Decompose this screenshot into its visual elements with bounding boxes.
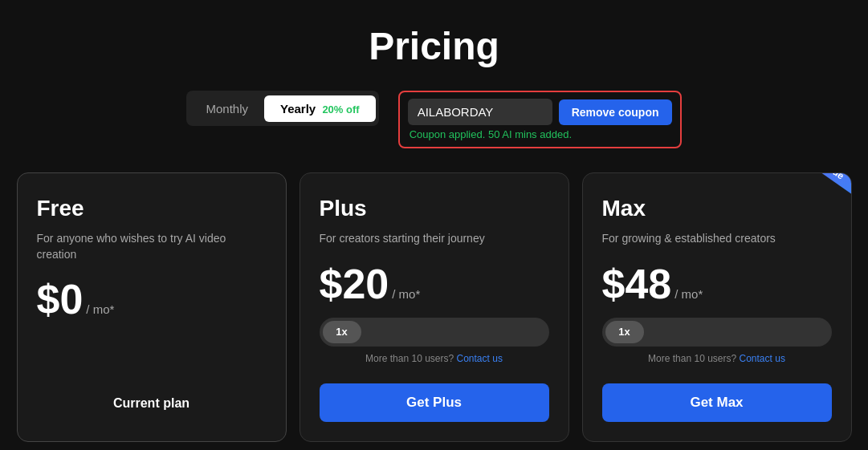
- remove-coupon-button[interactable]: Remove coupon: [559, 99, 672, 125]
- billing-monthly[interactable]: Monthly: [189, 95, 264, 122]
- slider-thumb-max: 1x: [605, 321, 644, 343]
- plan-cta-plus: Get Plus: [320, 374, 549, 422]
- plan-card-free: Free For anyone who wishes to try AI vid…: [17, 172, 287, 442]
- price-period-plus: / mo*: [392, 287, 420, 301]
- plans-row: Free For anyone who wishes to try AI vid…: [17, 172, 852, 442]
- plan-cta-free: Current plan: [37, 375, 267, 422]
- get-plus-button[interactable]: Get Plus: [320, 383, 549, 422]
- get-max-button[interactable]: Get Max: [602, 383, 832, 422]
- coupon-input[interactable]: [408, 99, 552, 125]
- users-slider-plus: 1x More than 10 users? Contact us: [320, 318, 549, 364]
- billing-coupon-row: Monthly Yearly 20% off Remove coupon Cou…: [186, 91, 681, 148]
- plan-price-plus: $20 / mo*: [320, 260, 549, 308]
- plan-cta-max: Get Max: [602, 374, 832, 422]
- coupon-success-message: Coupon applied. 50 AI mins added.: [408, 128, 672, 140]
- plan-price-free: $0 / mo*: [37, 275, 267, 323]
- users-slider-max: 1x More than 10 users? Contact us: [602, 318, 832, 364]
- price-period-max: / mo*: [674, 287, 703, 301]
- plan-desc-plus: For creators starting their journey: [320, 231, 549, 247]
- price-amount-plus: $20: [320, 260, 389, 308]
- coupon-section: Remove coupon Coupon applied. 50 AI mins…: [398, 91, 682, 148]
- plan-desc-max: For growing & established creators: [602, 231, 832, 247]
- slider-track-plus[interactable]: 1x: [320, 318, 549, 347]
- billing-yearly[interactable]: Yearly 20% off: [264, 95, 376, 122]
- plan-name-plus: Plus: [320, 196, 549, 221]
- price-amount-max: $48: [602, 260, 672, 308]
- current-plan-label: Current plan: [37, 385, 267, 422]
- plan-price-max: $48 / mo*: [602, 260, 832, 308]
- discount-badge: 20% off: [322, 103, 359, 116]
- billing-toggle: Monthly Yearly 20% off: [186, 91, 378, 126]
- price-amount-free: $0: [37, 275, 84, 323]
- plan-card-plus: Plus For creators starting their journey…: [300, 172, 569, 442]
- plan-name-free: Free: [37, 196, 267, 221]
- coupon-input-row: Remove coupon: [408, 99, 672, 125]
- plan-card-max: Best Value Max For growing & established…: [582, 172, 852, 442]
- more-users-plus: More than 10 users? Contact us: [320, 353, 549, 364]
- price-period-free: / mo*: [86, 302, 114, 316]
- slider-track-max[interactable]: 1x: [602, 318, 832, 347]
- slider-thumb-plus: 1x: [323, 321, 361, 343]
- contact-us-max[interactable]: Contact us: [740, 353, 785, 364]
- plan-name-max: Max: [602, 196, 832, 221]
- page-title: Pricing: [369, 24, 499, 68]
- more-users-max: More than 10 users? Contact us: [602, 353, 832, 364]
- contact-us-plus[interactable]: Contact us: [457, 353, 503, 364]
- plan-desc-free: For anyone who wishes to try AI video cr…: [37, 231, 267, 262]
